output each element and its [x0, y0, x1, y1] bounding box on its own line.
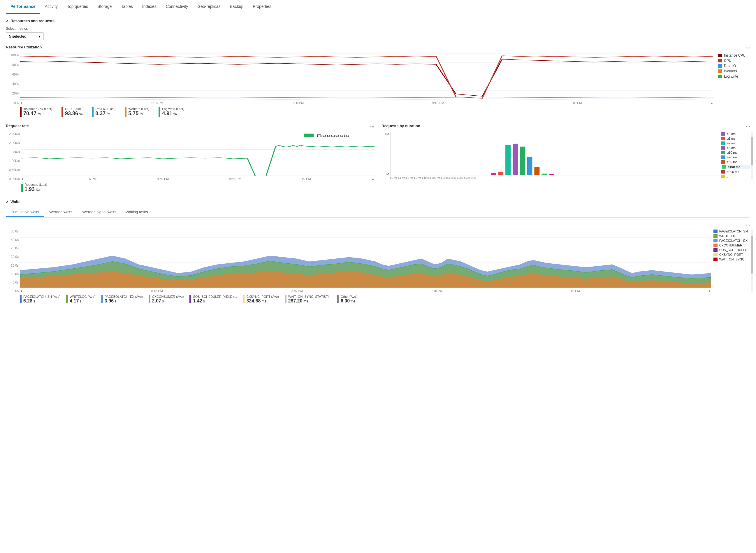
resource-utilization-section: Resource utilization ··· 100%80%60%40%20…	[6, 45, 750, 117]
svg-rect-17	[520, 147, 525, 175]
tab-average-waits[interactable]: Average waits	[44, 208, 77, 217]
x-axis-marker: ▲	[20, 289, 23, 293]
requests-by-duration-chart	[390, 132, 719, 176]
resource-metrics-row: Instance CPU (Last) 70.47 % CPU (Last) 9…	[20, 107, 750, 117]
svg-rect-13	[491, 173, 496, 175]
x-axis-label: 9:30 PM	[292, 101, 304, 105]
legend-label: ≥10 ms	[727, 151, 737, 154]
x-axis-label: 9:15 PM	[152, 101, 164, 105]
nav-tab-properties[interactable]: Properties	[248, 0, 276, 14]
nav-tabs: PerformanceActivityTop queriesStorageTab…	[0, 0, 756, 14]
x-axis-label: 9:15 PM	[85, 177, 96, 180]
log-write-metric: Log write (Last) 4.91 %	[159, 107, 184, 117]
legend-label: Log write	[724, 74, 738, 78]
select-metrics-label: Select metrics	[6, 26, 750, 30]
x-axis-label: 10 PM	[302, 177, 311, 180]
x-axis-label: 9:45 PM	[229, 177, 241, 180]
cpu-metric: CPU (Last) 93.86 %	[62, 107, 83, 117]
duration-legend: ≥0 ms ≥1 ms ≥2 ms ≥5 ms ≥10 ms ≥20 ms ≥5…	[721, 132, 750, 179]
tab-waiting-tasks[interactable]: Waiting tasks	[121, 208, 153, 217]
dropdown-value: 5 selected	[9, 34, 26, 38]
legend-label: ...	[727, 175, 730, 178]
legend-label: ≥50 ms	[727, 160, 737, 164]
svg-rect-19	[534, 167, 540, 175]
waits-chart	[20, 230, 711, 288]
svg-rect-14	[498, 172, 503, 175]
request-rate-y-axis: 2.50K/s2.00K/s1.50K/s1.00K/s0.50K/s0.00K…	[6, 132, 20, 180]
x-axis-label: 10 PM	[573, 101, 582, 105]
legend-label: ≥100 ms	[728, 165, 740, 169]
requests-by-duration-title: Requests by duration	[381, 124, 420, 128]
nav-tab-storage[interactable]: Storage	[93, 0, 116, 14]
resource-utilization-legend: Instance CPU CPU Data IO Workers Log wri…	[718, 53, 750, 80]
x-axis-marker: ▲	[708, 289, 711, 293]
x-axis-label: 9:45 PM	[432, 101, 444, 105]
two-col-section: Request rate ··· 2.50K/s2.00K/s1.50K/s1.…	[6, 124, 750, 192]
svg-rect-10	[304, 134, 314, 137]
workers-metric: Workers (Last) 5.75 %	[125, 107, 149, 117]
resource-utilization-title: Resource utilization	[6, 45, 42, 49]
resource-utilization-more[interactable]: ···	[746, 45, 750, 51]
nav-tab-performance[interactable]: Performance	[6, 0, 40, 14]
svg-rect-20	[542, 173, 547, 175]
svg-rect-21	[549, 174, 554, 175]
nav-tab-backup[interactable]: Backup	[225, 0, 248, 14]
svg-rect-15	[505, 145, 510, 175]
svg-rect-18	[527, 157, 533, 175]
requests-by-duration-section: Requests by duration ··· 1M0M	[381, 124, 750, 192]
legend-label: ≥2 ms	[727, 142, 736, 145]
nav-tab-indexes[interactable]: Indexes	[137, 0, 161, 14]
nav-tab-activity[interactable]: Activity	[40, 0, 62, 14]
instance-cpu-metric: Instance CPU (Last) 70.47 %	[20, 107, 52, 117]
x-axis-label: ▲	[20, 101, 23, 105]
legend-label: ≥200 ms	[727, 170, 739, 173]
resources-section-header[interactable]: ∧ Resources and requests	[6, 19, 750, 23]
tab-cumulative-waits[interactable]: Cumulative waits	[6, 208, 44, 217]
x-axis-marker: ▲	[21, 177, 24, 180]
wait-on-sync-metric: WAIT_ON_SYNC_STATISTI... 287.20 ms	[285, 295, 332, 304]
waits-section-title: Waits	[10, 200, 20, 204]
metrics-dropdown[interactable]: 5 selected ▾	[6, 32, 44, 40]
waits-legend: PAGEIOLATCH_SH WRITELOG PAGEIOLATCH_EX C…	[714, 230, 750, 293]
waits-tabs: Cumulative waits Average waits Average s…	[6, 208, 750, 218]
x-axis-marker: ▲	[371, 177, 375, 180]
legend-label: ≥20 ms	[727, 155, 737, 159]
sos-scheduler-metric: SOS_SCHEDULER_YIELD (... 1.42 s	[189, 295, 237, 304]
legend-label: Workers	[724, 69, 737, 73]
x-axis-label: 9:30 PM	[157, 177, 169, 180]
requests-last-metric: Requests (Last) 1.93 K/s	[21, 183, 375, 192]
cxconsumer-metric: CXCONSUMER (Avg) 2.07 s	[149, 295, 184, 304]
x-axis-label: ▲	[710, 101, 714, 105]
waits-metrics-row: PAGEIOLATCH_SH (Avg) 6.28 s WRITELOG (Av…	[20, 295, 750, 304]
legend-label: Data IO	[724, 64, 736, 68]
svg-text:Requests: Requests	[316, 134, 350, 137]
legend-label: CPU	[724, 59, 731, 63]
requests-by-duration-more[interactable]: ···	[746, 124, 750, 130]
request-rate-more[interactable]: ···	[370, 124, 375, 130]
waits-x-axis: ▲ 9:15 PM 9:30 PM 9:45 PM 10 PM ▲	[20, 289, 711, 293]
svg-rect-22	[556, 175, 561, 175]
nav-tab-tables[interactable]: Tables	[116, 0, 137, 14]
chevron-icon: ∧	[6, 200, 9, 204]
nav-tab-geo-replicas[interactable]: Geo-replicas	[193, 0, 225, 14]
resources-section-title: Resources and requests	[10, 19, 55, 23]
legend-label: ≥0 ms	[727, 132, 736, 136]
pageiolatch-sh-metric: PAGEIOLATCH_SH (Avg) 6.28 s	[20, 295, 60, 304]
request-rate-chart: Requests	[21, 132, 375, 176]
tab-average-signal-waits[interactable]: Average signal waits	[77, 208, 121, 217]
other-metric: Other (Avg) 6.00 ms	[337, 295, 357, 304]
resource-utilization-chart	[20, 53, 714, 100]
nav-tab-connectivity[interactable]: Connectivity	[161, 0, 193, 14]
waits-chart-more[interactable]: ···	[746, 222, 750, 228]
resource-y-axis: 100%80%60%40%20%0%	[8, 53, 19, 105]
duration-y-axis: 1M0M	[381, 132, 389, 176]
cxsync-port-metric: CXSYNC_PORT (Avg) 324.68 ms	[243, 295, 279, 304]
waits-section-header[interactable]: ∧ Waits	[6, 200, 750, 204]
nav-tab-top-queries[interactable]: Top queries	[62, 0, 93, 14]
waits-section: ∧ Waits Cumulative waits Average waits A…	[6, 200, 750, 304]
svg-rect-16	[513, 144, 518, 175]
chevron-down-icon: ▾	[38, 34, 40, 38]
legend-label: ≥1 ms	[727, 137, 736, 140]
duration-x-axis: ≥0 ms≥1 ms≥2 ms≥5 ms≥10 ms≥20 ms≥50 ms≥1…	[390, 176, 719, 179]
legend-label: ≥5 ms	[727, 146, 736, 150]
